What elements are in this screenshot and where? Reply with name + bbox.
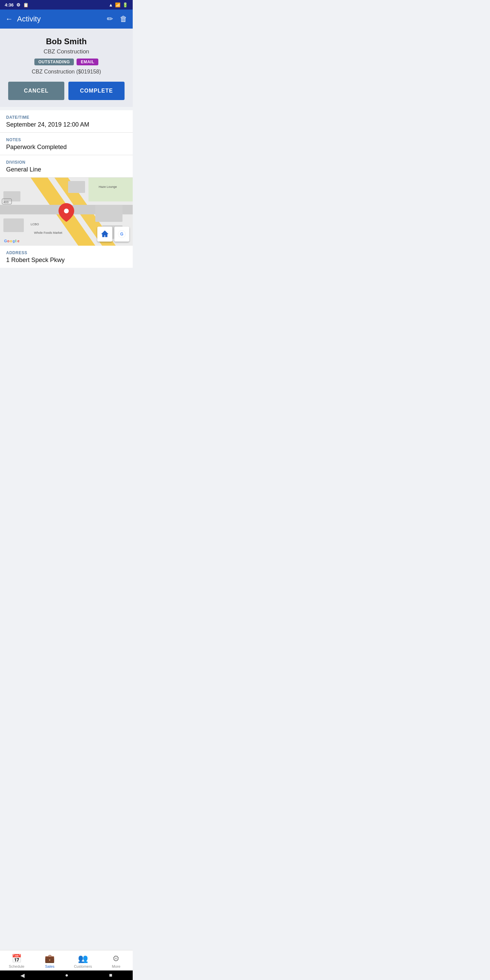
- address-value: 1 Robert Speck Pkwy: [6, 256, 127, 264]
- reference-text: CBZ Construction ($019158): [7, 69, 126, 75]
- status-time: 4:36: [5, 2, 14, 8]
- settings-icon: ⚙: [16, 2, 21, 8]
- contact-name: Bob Smith: [7, 37, 126, 46]
- datetime-section: DATE/TIME September 24, 2019 12:00 AM: [0, 110, 133, 133]
- app-bar-actions: ✏ 🗑: [107, 14, 127, 24]
- svg-text:Whole Foods Market: Whole Foods Market: [34, 231, 63, 234]
- svg-rect-7: [3, 191, 21, 202]
- division-label: DIVISION: [6, 160, 127, 165]
- action-buttons: CANCEL COMPLETE: [7, 82, 126, 100]
- svg-text:g: g: [13, 239, 15, 243]
- app-bar: ← Activity ✏ 🗑: [0, 10, 133, 29]
- svg-text:403: 403: [3, 200, 8, 204]
- svg-text:o: o: [10, 239, 12, 243]
- map-overlay-buttons: G: [97, 227, 129, 242]
- status-left: 4:36 ⚙ 📋: [5, 2, 29, 8]
- division-value: General Line: [6, 166, 127, 173]
- svg-rect-8: [68, 181, 85, 193]
- notes-section: NOTES Paperwork Completed: [0, 133, 133, 155]
- address-section: ADDRESS 1 Robert Speck Pkwy: [0, 246, 133, 268]
- svg-text:o: o: [7, 239, 10, 243]
- svg-text:e: e: [18, 239, 19, 243]
- back-button[interactable]: ←: [5, 14, 13, 24]
- badge-email: EMAIL: [76, 59, 98, 65]
- battery-icon: 🔋: [123, 2, 128, 8]
- header-card: Bob Smith CBZ Construction OUTSTANDING E…: [0, 29, 133, 107]
- datetime-value: September 24, 2019 12:00 AM: [6, 121, 127, 128]
- status-bar: 4:36 ⚙ 📋 ▲ 📶 🔋: [0, 0, 133, 10]
- notes-value: Paperwork Completed: [6, 143, 127, 151]
- map-view[interactable]: G o o g l e Haze Lounge LCBO Whole Foods…: [0, 178, 133, 246]
- notes-label: NOTES: [6, 137, 127, 142]
- svg-rect-6: [3, 218, 24, 232]
- signal-icon: 📶: [115, 2, 121, 8]
- svg-rect-5: [89, 178, 133, 202]
- svg-text:LCBO: LCBO: [30, 223, 39, 226]
- svg-rect-9: [95, 205, 123, 222]
- svg-text:G: G: [4, 239, 7, 243]
- directions-button[interactable]: [97, 227, 112, 242]
- clipboard-icon: 📋: [23, 2, 29, 8]
- badges-row: OUTSTANDING EMAIL: [7, 59, 126, 65]
- delete-button[interactable]: 🗑: [120, 14, 127, 24]
- company-name: CBZ Construction: [7, 48, 126, 55]
- google-maps-button[interactable]: G: [115, 227, 129, 242]
- division-section: DIVISION General Line: [0, 155, 133, 178]
- address-label: ADDRESS: [6, 250, 127, 255]
- svg-text:G: G: [120, 232, 123, 237]
- svg-point-23: [64, 208, 69, 213]
- status-right: ▲ 📶 🔋: [108, 2, 128, 8]
- app-bar-title: Activity: [17, 14, 107, 24]
- edit-button[interactable]: ✏: [107, 14, 113, 24]
- complete-button[interactable]: COMPLETE: [68, 82, 124, 100]
- badge-outstanding: OUTSTANDING: [34, 59, 74, 65]
- svg-text:l: l: [15, 239, 16, 243]
- datetime-label: DATE/TIME: [6, 115, 127, 120]
- svg-text:Haze Lounge: Haze Lounge: [99, 185, 117, 189]
- content-sections: DATE/TIME September 24, 2019 12:00 AM NO…: [0, 110, 133, 268]
- cancel-button[interactable]: CANCEL: [8, 82, 64, 100]
- wifi-icon: ▲: [108, 2, 113, 8]
